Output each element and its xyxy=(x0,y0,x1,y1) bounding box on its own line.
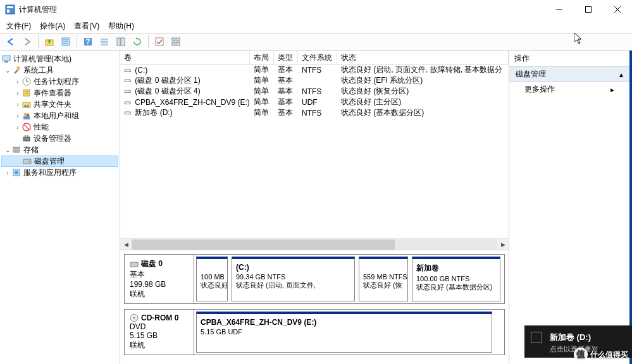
horizontal-scrollbar[interactable]: ◀ ▶ xyxy=(120,238,509,250)
actions-more[interactable]: 更多操作 ▸ xyxy=(509,82,629,97)
svg-rect-14 xyxy=(101,39,108,40)
svg-rect-16 xyxy=(101,44,108,46)
actions-section[interactable]: 磁盘管理 ▴ xyxy=(509,67,629,82)
drive-icon: ▭ xyxy=(124,108,133,117)
performance-icon xyxy=(22,122,32,132)
menu-help[interactable]: 帮助(H) xyxy=(108,21,134,32)
volume-row[interactable]: ▭ (C:)简单基本NTFS状态良好 (启动, 页面文件, 故障转储, 基本数据… xyxy=(120,64,509,75)
scroll-thumb[interactable] xyxy=(132,240,395,250)
toolbar: ? xyxy=(0,33,632,51)
svg-point-34 xyxy=(24,105,27,107)
collapse-icon[interactable]: ⌄ xyxy=(4,67,11,74)
svg-rect-46 xyxy=(23,159,31,164)
watermark: 值 什么值得买 xyxy=(574,348,628,361)
tree-group-storage[interactable]: ⌄存储 xyxy=(1,144,118,155)
volume-row[interactable]: ▭ (磁盘 0 磁盘分区 4)简单基本NTFS状态良好 (恢复分区) xyxy=(120,86,509,97)
expand-icon[interactable]: › xyxy=(14,90,22,97)
svg-rect-44 xyxy=(13,147,20,149)
disk-info: CD-ROM 0DVD5.15 GB联机 xyxy=(125,310,194,355)
actions-header: 操作 xyxy=(509,51,629,67)
svg-text:?: ? xyxy=(85,37,90,46)
maximize-button[interactable] xyxy=(574,0,603,19)
center-panel: 卷 布局 类型 文件系统 状态 ▭ (C:)简单基本NTFS状态良好 (启动, … xyxy=(120,51,509,364)
tree-panel: 计算机管理(本地) ⌄ 系统工具 ›任务计划程序 ›事件查看器 ›共享文件夹 ›… xyxy=(0,51,120,364)
menu-action[interactable]: 操作(A) xyxy=(40,21,65,32)
tree-item-task-scheduler[interactable]: ›任务计划程序 xyxy=(1,76,118,87)
disk-info: 磁盘 0基本199.98 GB联机 xyxy=(125,255,194,303)
collapse-arrow-icon: ▴ xyxy=(619,70,623,79)
check-icon[interactable] xyxy=(152,35,166,49)
svg-rect-30 xyxy=(23,90,30,96)
tree-item-local-users[interactable]: ›本地用户和组 xyxy=(1,110,118,121)
tree-item-shared-folders[interactable]: ›共享文件夹 xyxy=(1,99,118,110)
svg-rect-19 xyxy=(156,38,163,46)
svg-rect-17 xyxy=(117,38,120,46)
header-volume[interactable]: 卷 xyxy=(120,51,250,64)
menu-file[interactable]: 文件(F) xyxy=(6,21,31,32)
header-status[interactable]: 状态 xyxy=(337,51,509,64)
tree-item-disk-management[interactable]: 磁盘管理 xyxy=(1,155,118,167)
partition[interactable]: (C:)99.34 GB NTFS状态良好 (启动, 页面文件, xyxy=(232,257,355,301)
refresh-icon[interactable] xyxy=(130,35,144,49)
header-filesystem[interactable]: 文件系统 xyxy=(298,51,337,64)
help-icon[interactable]: ? xyxy=(81,35,95,49)
tree-item-device-manager[interactable]: 设备管理器 xyxy=(1,133,118,144)
volume-row[interactable]: ▭ (磁盘 0 磁盘分区 1)简单基本状态良好 (EFI 系统分区) xyxy=(120,75,509,86)
folder-up-icon[interactable] xyxy=(42,35,56,49)
partition[interactable]: CPBA_X64FRE_ZH-CN_DV9 (E:)5.15 GB UDF xyxy=(196,312,492,353)
partition[interactable]: 559 MB NTFS状态良好 (恢 xyxy=(359,257,408,301)
tree-root[interactable]: 计算机管理(本地) xyxy=(1,53,118,64)
tree-item-event-viewer[interactable]: ›事件查看器 xyxy=(1,87,118,99)
tree-item-performance[interactable]: ›性能 xyxy=(1,121,118,133)
list-view-icon[interactable] xyxy=(97,35,111,49)
menu-view[interactable]: 查看(V) xyxy=(74,21,99,32)
expand-icon[interactable]: › xyxy=(14,112,22,119)
expand-icon[interactable]: › xyxy=(4,169,11,176)
tools-icon xyxy=(11,65,22,75)
volume-row[interactable]: ▭ 新加卷 (D:)简单基本NTFS状态良好 (基本数据分区) xyxy=(120,107,509,118)
scroll-left-button[interactable]: ◀ xyxy=(120,240,132,250)
close-button[interactable] xyxy=(603,0,632,19)
scroll-right-button[interactable]: ▶ xyxy=(497,240,509,250)
properties-icon[interactable] xyxy=(59,35,73,49)
expand-icon[interactable]: › xyxy=(14,78,22,85)
scroll-track[interactable] xyxy=(132,240,497,250)
volume-row[interactable]: ▭ CPBA_X64FRE_ZH-CN_DV9 (E:)简单基本UDF状态良好 … xyxy=(120,97,509,107)
svg-rect-21 xyxy=(177,38,180,41)
header-type[interactable]: 类型 xyxy=(274,51,298,64)
window-title: 计算机管理 xyxy=(19,4,545,15)
disk-row: 磁盘 0基本199.98 GB联机 100 MB状态良好(C:)99.34 GB… xyxy=(124,254,505,304)
drive-icon: ▭ xyxy=(124,98,133,107)
disk-mgmt-icon xyxy=(22,156,32,166)
disk-graphical-view: 磁盘 0基本199.98 GB联机 100 MB状态良好(C:)99.34 GB… xyxy=(120,250,509,364)
svg-rect-24 xyxy=(3,56,10,61)
minimize-button[interactable] xyxy=(545,0,574,19)
services-icon xyxy=(11,167,22,178)
clock-icon xyxy=(22,76,32,87)
title-bar: 计算机管理 xyxy=(0,0,632,19)
main-content: 计算机管理(本地) ⌄ 系统工具 ›任务计划程序 ›事件查看器 ›共享文件夹 ›… xyxy=(0,51,632,364)
watermark-icon: 值 xyxy=(574,348,588,361)
volume-list: 卷 布局 类型 文件系统 状态 ▭ (C:)简单基本NTFS状态良好 (启动, … xyxy=(120,51,509,250)
forward-button[interactable] xyxy=(20,35,34,49)
svg-rect-20 xyxy=(172,38,175,41)
svg-rect-41 xyxy=(23,137,30,141)
svg-line-40 xyxy=(24,124,29,130)
svg-rect-22 xyxy=(172,42,175,46)
partition[interactable]: 新加卷100.00 GB NTFS状态良好 (基本数据分区) xyxy=(412,257,500,301)
back-button[interactable] xyxy=(4,35,18,49)
tile-icon[interactable] xyxy=(169,35,183,49)
tree-group-services[interactable]: ›服务和应用程序 xyxy=(1,167,118,178)
drive-icon: ▭ xyxy=(124,66,133,75)
tree-group-system-tools[interactable]: ⌄ 系统工具 xyxy=(1,64,118,76)
volume-rows: ▭ (C:)简单基本NTFS状态良好 (启动, 页面文件, 故障转储, 基本数据… xyxy=(120,64,509,238)
detail-view-icon[interactable] xyxy=(114,35,128,49)
header-layout[interactable]: 布局 xyxy=(250,51,274,64)
tooltip-title: 新加卷 (D:) xyxy=(550,332,624,343)
partition[interactable]: 100 MB状态良好 xyxy=(196,257,228,301)
volume-list-header: 卷 布局 类型 文件系统 状态 xyxy=(120,51,509,64)
collapse-icon[interactable]: ⌄ xyxy=(4,147,11,154)
expand-icon[interactable]: › xyxy=(14,101,22,108)
svg-rect-33 xyxy=(23,102,30,107)
expand-icon[interactable]: › xyxy=(14,124,22,131)
